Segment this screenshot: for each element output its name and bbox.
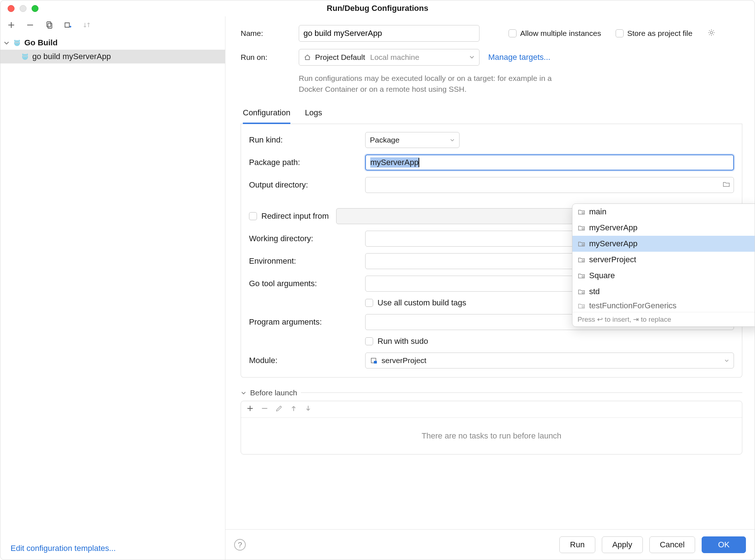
window: Run/Debug Configurations [0,0,755,560]
run-kind-label: Run kind: [249,135,365,145]
use-all-tags-label: Use all custom build tags [378,298,466,308]
go-gopher-icon [21,52,29,61]
config-tree: Go Build go build myServerApp [0,34,225,63]
close-window-button[interactable] [8,5,15,12]
before-launch-title: Before launch [250,388,297,397]
tree-group-go-build[interactable]: Go Build [0,36,225,50]
sort-icon[interactable] [81,19,93,31]
popup-item[interactable]: myServerApp [572,220,755,236]
chevron-down-icon [469,53,475,62]
store-as-project-checkbox[interactable]: Store as project file [616,29,693,38]
sidebar: Go Build go build myServerApp Edit confi… [0,16,225,560]
svg-rect-1 [48,23,52,28]
run-kind-row: Run kind: Package [249,132,734,148]
folder-icon[interactable] [722,180,730,190]
tabs: Configuration Logs [241,104,742,124]
popup-footer: Press ↩ to insert, ⇥ to replace [572,312,755,326]
module-select[interactable]: serverProject [365,353,734,368]
header-checks: Allow multiple instances Store as projec… [509,28,716,39]
package-icon [578,208,585,216]
arrow-down-icon [304,404,312,414]
run-on-label: Run on: [241,53,299,62]
svg-point-12 [24,56,24,57]
package-icon [578,240,585,248]
module-value: serverProject [381,356,427,365]
svg-point-21 [582,228,584,230]
tree-item-go-build-myserverapp[interactable]: go build myServerApp [0,50,225,63]
redirect-input-label: Redirect input from [261,211,329,221]
popup-item[interactable]: std [572,284,755,300]
package-icon [578,272,585,280]
titlebar: Run/Debug Configurations [0,0,755,16]
chevron-down-icon [450,136,455,144]
add-icon[interactable] [5,19,17,31]
edit-templates-link[interactable]: Edit configuration templates... [11,544,116,553]
working-directory-label: Working directory: [249,234,365,243]
use-all-tags-checkbox[interactable] [365,299,373,307]
svg-point-14 [22,54,24,55]
output-directory-row: Output directory: [249,177,734,193]
allow-multiple-checkbox[interactable]: Allow multiple instances [509,29,601,38]
svg-rect-19 [374,361,377,363]
popup-item[interactable]: Square [572,268,755,284]
package-path-input[interactable]: myServerApp [365,155,734,170]
cancel-button[interactable]: Cancel [649,536,695,553]
svg-point-22 [582,244,584,246]
help-icon[interactable]: ? [234,539,246,551]
svg-point-6 [18,42,19,43]
svg-point-8 [19,40,20,42]
environment-label: Environment: [249,256,365,266]
run-with-sudo-checkbox[interactable] [365,337,373,345]
output-directory-input[interactable] [365,177,734,193]
program-args-label: Program arguments: [249,317,365,327]
svg-rect-0 [47,22,51,27]
home-icon [303,53,311,61]
tab-logs[interactable]: Logs [305,104,322,124]
popup-item[interactable]: serverProject [572,252,755,268]
arrow-up-icon [290,404,298,414]
content: Name: Allow multiple instances Store as … [225,16,755,529]
add-icon[interactable] [246,404,254,414]
traffic-lights [0,5,38,12]
apply-button[interactable]: Apply [602,536,643,553]
popup-item[interactable]: testFunctionForGenerics [572,300,755,312]
name-input[interactable] [299,25,479,42]
run-on-hint: Local machine [370,53,419,62]
tree-group-label: Go Build [24,38,58,48]
store-as-project-label: Store as project file [627,29,693,38]
tab-configuration[interactable]: Configuration [243,104,290,124]
popup-hint: Press ↩ to insert, ⇥ to replace [578,315,671,324]
tree-item-label: go build myServerApp [32,52,111,61]
checkbox-icon [509,29,517,37]
run-with-sudo-label: Run with sudo [378,337,428,346]
manage-targets-link[interactable]: Manage targets... [488,53,550,62]
run-button[interactable]: Run [559,536,595,553]
main: Name: Allow multiple instances Store as … [225,16,755,560]
copy-icon[interactable] [43,19,55,31]
save-config-icon[interactable] [62,19,74,31]
run-on-value: Project Default [315,53,365,62]
package-path-label: Package path: [249,158,365,167]
redirect-input-checkbox[interactable] [249,212,257,220]
chevron-down-icon [3,40,10,46]
minimize-window-button[interactable] [20,5,26,12]
popup-item[interactable]: main [572,204,755,220]
before-launch-toolbar [241,401,742,418]
popup-item-label: main [589,207,607,217]
body: Go Build go build myServerApp Edit confi… [0,16,755,560]
popup-item-selected[interactable]: myServerApp [572,236,755,252]
maximize-window-button[interactable] [32,5,38,12]
name-label: Name: [241,29,299,38]
ok-button[interactable]: OK [702,536,746,553]
chevron-down-icon[interactable] [241,390,246,396]
module-icon [370,357,378,365]
remove-icon[interactable] [24,19,36,31]
chevron-down-icon [724,356,729,365]
before-launch-section: Before launch There are no tasks to run … [241,388,742,454]
package-icon [578,256,585,264]
gear-icon[interactable] [707,28,716,39]
run-on-select[interactable]: Project Default Local machine [299,49,479,66]
go-tool-args-label: Go tool arguments: [249,279,365,288]
run-kind-select[interactable]: Package [365,132,460,148]
sidebar-toolbar [0,16,225,34]
